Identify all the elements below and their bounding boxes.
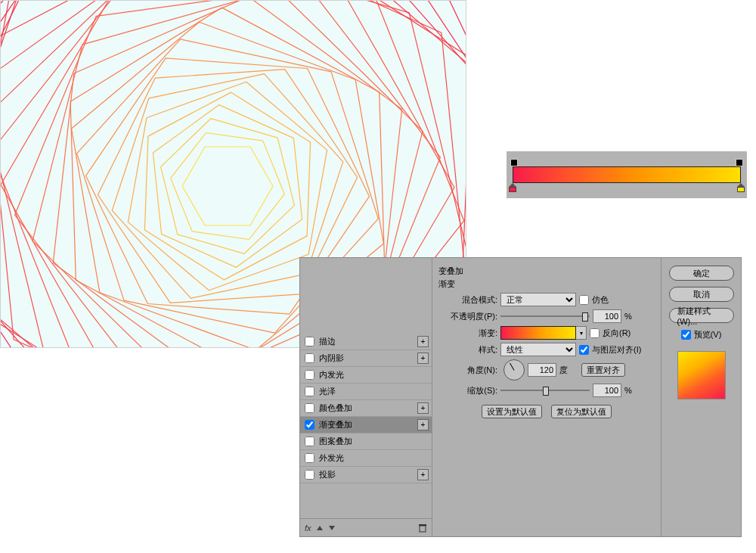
gradient-preview-bar[interactable] — [513, 166, 741, 183]
gradient-swatch[interactable] — [500, 326, 576, 340]
fx-item-label: 光泽 — [319, 386, 336, 397]
scale-unit: % — [624, 386, 632, 395]
blend-mode-select[interactable]: 正常 — [500, 293, 576, 306]
gradient-row: 渐变: ▾ 反向(R) — [438, 326, 655, 340]
dialog-actions: 确定 取消 新建样式(W)... 预览(V) — [662, 258, 741, 536]
preview-checkbox-label[interactable]: 预览(V) — [681, 329, 722, 340]
fx-item[interactable]: 内发光 — [300, 367, 432, 384]
fx-item[interactable]: 渐变叠加+ — [300, 417, 432, 433]
style-select[interactable]: 线性 — [500, 343, 576, 356]
fx-item[interactable]: 光泽 — [300, 384, 432, 400]
reset-align-button[interactable]: 重置对齐 — [581, 363, 625, 377]
fx-item-label: 内阴影 — [319, 353, 344, 364]
scale-row: 缩放(S): % — [438, 384, 655, 397]
fx-item-checkbox[interactable] — [305, 436, 314, 446]
ok-button[interactable]: 确定 — [669, 266, 734, 281]
fx-icon[interactable]: fx — [305, 523, 311, 533]
fx-item-label: 渐变叠加 — [319, 419, 352, 430]
angle-label: 角度(N): — [438, 365, 497, 376]
fx-item-checkbox[interactable] — [305, 337, 314, 346]
fx-item[interactable]: 外发光 — [300, 450, 432, 467]
scale-label: 缩放(S): — [438, 385, 497, 396]
fx-item-checkbox[interactable] — [305, 470, 314, 480]
style-row: 样式: 线性 与图层对齐(I) — [438, 343, 655, 356]
opacity-unit: % — [624, 312, 632, 321]
new-style-button[interactable]: 新建样式(W)... — [669, 308, 734, 323]
panel-title: 变叠加 — [438, 266, 655, 277]
gradient-editor-strip[interactable] — [507, 151, 747, 198]
scale-slider[interactable] — [500, 386, 590, 395]
fx-item-add-icon[interactable]: + — [417, 402, 429, 414]
fx-item-add-icon[interactable]: + — [417, 469, 429, 480]
svg-rect-1 — [419, 524, 426, 526]
fx-item[interactable]: 内阴影+ — [300, 350, 432, 367]
dither-checkbox[interactable] — [579, 295, 589, 305]
opacity-slider[interactable] — [500, 312, 590, 321]
reset-default-button[interactable]: 复位为默认值 — [551, 405, 612, 418]
angle-dial[interactable] — [503, 359, 525, 381]
fx-item[interactable]: 描边+ — [300, 334, 432, 350]
fx-item-checkbox[interactable] — [305, 420, 314, 430]
color-stop-left[interactable] — [509, 183, 516, 192]
fx-sidebar: 描边+内阴影+内发光光泽颜色叠加+渐变叠加+图案叠加外发光投影+ fx — [300, 258, 432, 536]
scale-input[interactable] — [593, 384, 621, 397]
opacity-stop-right[interactable] — [736, 159, 743, 166]
opacity-row: 不透明度(P): % — [438, 309, 655, 323]
align-layer-checkbox-label[interactable]: 与图层对齐(I) — [579, 344, 641, 356]
fx-item[interactable]: 图案叠加 — [300, 433, 432, 450]
reverse-checkbox-label[interactable]: 反向(R) — [590, 328, 631, 339]
fx-item-checkbox[interactable] — [305, 403, 314, 413]
panel-subtitle: 渐变 — [438, 278, 655, 290]
angle-unit: 度 — [559, 365, 568, 376]
angle-input[interactable] — [528, 363, 556, 377]
fx-item-checkbox[interactable] — [305, 453, 314, 463]
cancel-button[interactable]: 取消 — [669, 287, 734, 302]
trash-icon[interactable] — [418, 523, 427, 533]
style-label: 样式: — [438, 344, 497, 356]
fx-item-add-icon[interactable]: + — [417, 336, 429, 347]
opacity-input[interactable] — [593, 309, 621, 323]
fx-item[interactable]: 投影+ — [300, 467, 432, 483]
reverse-checkbox[interactable] — [590, 328, 600, 338]
fx-item-checkbox[interactable] — [305, 387, 314, 396]
fx-settings-panel: 变叠加 渐变 混合模式: 正常 仿色 不透明度(P): % 渐变: ▾ — [432, 258, 662, 536]
set-default-button[interactable]: 设置为默认值 — [482, 405, 542, 418]
preview-checkbox[interactable] — [681, 330, 691, 340]
fx-item-add-icon[interactable]: + — [417, 419, 429, 430]
align-layer-checkbox[interactable] — [579, 345, 589, 355]
fx-item-label: 颜色叠加 — [319, 402, 352, 414]
layer-style-dialog: 描边+内阴影+内发光光泽颜色叠加+渐变叠加+图案叠加外发光投影+ fx 变叠加 … — [299, 257, 742, 537]
fx-item-label: 描边 — [319, 336, 336, 347]
gradient-label: 渐变: — [438, 328, 497, 339]
opacity-stop-left[interactable] — [510, 159, 518, 166]
opacity-label: 不透明度(P): — [438, 311, 497, 322]
arrow-down-icon[interactable] — [328, 524, 336, 532]
blend-mode-row: 混合模式: 正常 仿色 — [438, 293, 655, 306]
dither-checkbox-label[interactable]: 仿色 — [579, 294, 609, 306]
gradient-dropdown-icon[interactable]: ▾ — [576, 326, 587, 340]
fx-item-label: 外发光 — [319, 452, 344, 464]
fx-item-checkbox[interactable] — [305, 370, 314, 380]
angle-row: 角度(N): 度 重置对齐 — [438, 359, 655, 381]
fx-item-label: 内发光 — [319, 369, 344, 381]
color-stop-right[interactable] — [737, 183, 745, 192]
fx-footer: fx — [300, 518, 432, 536]
fx-item-label: 投影 — [319, 469, 336, 480]
fx-item-add-icon[interactable]: + — [417, 353, 429, 364]
fx-item-label: 图案叠加 — [319, 436, 352, 447]
arrow-up-icon[interactable] — [316, 524, 324, 532]
blend-mode-label: 混合模式: — [438, 294, 497, 306]
fx-item-checkbox[interactable] — [305, 353, 314, 363]
svg-rect-0 — [420, 526, 426, 532]
fx-header-spacer — [300, 258, 432, 334]
preview-swatch — [677, 351, 726, 399]
fx-item[interactable]: 颜色叠加+ — [300, 400, 432, 417]
